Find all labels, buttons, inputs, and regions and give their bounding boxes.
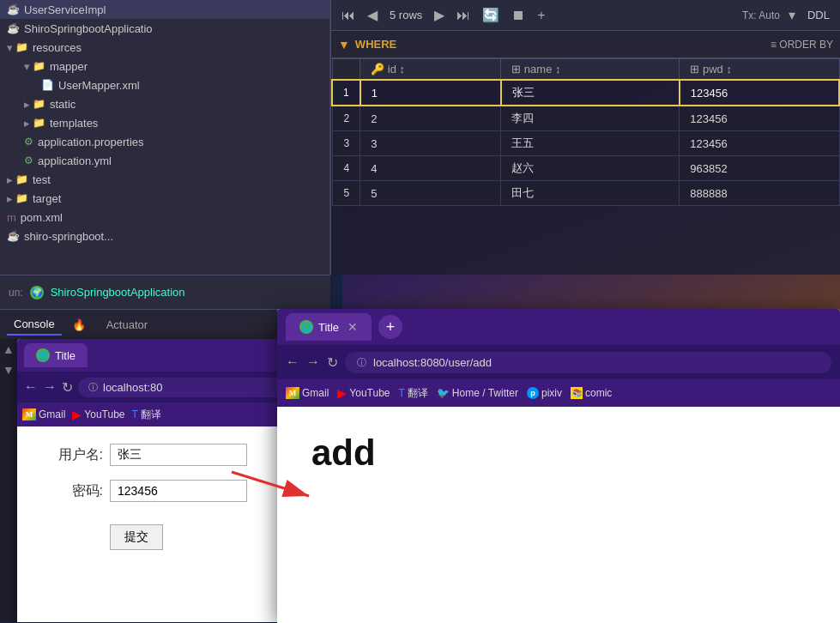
folder-icon: 📁 xyxy=(33,117,45,129)
file-item-mapper[interactable]: ▾ 📁 mapper xyxy=(0,57,329,76)
browser-2-tab-title: Title xyxy=(318,321,339,334)
password-input[interactable] xyxy=(110,480,247,502)
nav2-fwd-btn[interactable]: → xyxy=(306,354,320,370)
cell-pwd-2: 123456 xyxy=(680,106,839,131)
twitter-icon-2: 🐦 xyxy=(437,387,450,399)
tab-actuator[interactable]: Actuator xyxy=(100,315,154,335)
file-item-test[interactable]: ▸ 📁 test xyxy=(0,170,329,189)
nav1-back-btn[interactable]: ← xyxy=(24,379,38,395)
cell-id-5: 5 xyxy=(360,181,501,206)
sidebar-down-arrow[interactable]: ▼ xyxy=(3,363,15,377)
cell-name-5: 田七 xyxy=(501,181,680,206)
col-id-header[interactable]: 🔑 id ↕ xyxy=(360,59,501,81)
nav1-fwd-btn[interactable]: → xyxy=(43,379,57,395)
db-toolbar: ⏮ ◀ 5 rows ▶ ⏭ 🔄 ⏹ + Tx: Auto ▾ DDL xyxy=(331,0,840,31)
db-rows-label: 5 rows xyxy=(386,9,426,21)
cell-pwd-3: 123456 xyxy=(680,131,839,156)
translate-icon-2: T xyxy=(399,387,405,399)
password-field: 密码: xyxy=(43,480,300,502)
java-icon-shiro: ☕ xyxy=(7,230,20,242)
java-icon: ☕ xyxy=(7,22,20,34)
password-label: 密码: xyxy=(43,482,103,500)
table-row[interactable]: 1 1 张三 123456 xyxy=(332,80,839,106)
table-row[interactable]: 5 5 田七 888888 xyxy=(332,181,839,206)
table-row[interactable]: 2 2 李四 123456 xyxy=(332,106,839,131)
username-input[interactable] xyxy=(110,444,247,466)
tab-close-btn[interactable]: ✕ xyxy=(347,320,358,334)
folder-icon: 📁 xyxy=(15,41,28,53)
row-num-2: 2 xyxy=(332,106,360,131)
file-item-appprops[interactable]: ⚙ application.properties xyxy=(0,132,329,151)
file-item-static[interactable]: ▸ 📁 static xyxy=(0,94,329,113)
bookmark-twitter-label-2: Home / Twitter xyxy=(452,387,518,399)
sidebar-up-arrow[interactable]: ▲ xyxy=(3,342,15,356)
bookmark-gmail-2[interactable]: M Gmail xyxy=(286,387,329,399)
username-field: 用户名: xyxy=(43,444,300,466)
db-refresh-btn[interactable]: 🔄 xyxy=(479,5,503,25)
new-tab-btn[interactable]: + xyxy=(378,315,402,339)
bookmark-pixiv-2[interactable]: p pixiv xyxy=(527,387,562,399)
gmail-icon-1: M xyxy=(22,408,36,420)
file-item-pomxml[interactable]: m pom.xml xyxy=(0,208,329,227)
bookmark-translate-label-1: 翻译 xyxy=(141,408,161,422)
db-order-label: ORDER BY xyxy=(779,39,833,51)
yt-icon-1: ▶ xyxy=(72,408,82,421)
props-icon: ⚙ xyxy=(24,136,33,148)
nav2-reload-btn[interactable]: ↻ xyxy=(327,354,338,371)
browser-window-2: 🌐 Title ✕ + ← → ↻ ⓘ localhost:8080/user/… xyxy=(277,309,840,623)
gmail-icon-2: M xyxy=(286,387,299,399)
submit-button-1[interactable]: 提交 xyxy=(110,524,163,550)
tab-console[interactable]: Console xyxy=(7,314,62,336)
order-icon: ≡ xyxy=(771,39,777,51)
db-where-label: WHERE xyxy=(355,38,396,51)
bookmark-comic-2[interactable]: 📚 comic xyxy=(571,387,612,399)
db-tx-dropdown[interactable]: ▾ xyxy=(785,5,799,25)
tab2-globe-icon: 🌐 xyxy=(299,320,313,334)
file-item-userserviceimpl[interactable]: ☕ UserServiceImpl xyxy=(0,0,329,19)
bookmark-translate-2[interactable]: T 翻译 xyxy=(399,386,428,401)
url-bar-2[interactable]: ⓘ localhost:8080/user/add xyxy=(345,352,831,373)
file-item-templates[interactable]: ▸ 📁 templates xyxy=(0,113,329,132)
file-tree-panel: ☕ UserServiceImpl ☕ ShiroSpringbootAppli… xyxy=(0,0,330,309)
bookmark-youtube-1[interactable]: ▶ YouTube xyxy=(72,408,124,421)
comic-icon-2: 📚 xyxy=(571,387,583,399)
file-item-appyml[interactable]: ⚙ application.yml xyxy=(0,151,329,170)
browser-2-tab[interactable]: 🌐 Title ✕ xyxy=(286,313,372,341)
bookmark-translate-1[interactable]: T 翻译 xyxy=(132,408,161,422)
nav1-reload-btn[interactable]: ↻ xyxy=(62,379,73,396)
lock-icon-1: ⓘ xyxy=(88,381,98,394)
db-order-btn[interactable]: ≡ ORDER BY xyxy=(771,39,833,51)
browser-2-bookmarks: M Gmail ▶ YouTube T 翻译 🐦 Home / Twitter … xyxy=(277,379,840,407)
file-item-target[interactable]: ▸ 📁 target xyxy=(0,189,329,208)
table-row[interactable]: 4 4 赵六 963852 xyxy=(332,156,839,181)
db-prev-btn[interactable]: ◀ xyxy=(364,5,381,25)
cell-name-4: 赵六 xyxy=(501,156,680,181)
col-name-header[interactable]: ⊞ name ↕ xyxy=(501,59,680,81)
db-first-btn[interactable]: ⏮ xyxy=(338,6,359,25)
bookmark-twitter-2[interactable]: 🐦 Home / Twitter xyxy=(437,387,518,399)
file-item-usermapper[interactable]: 📄 UserMapper.xml xyxy=(0,76,329,94)
cell-pwd-4: 963852 xyxy=(680,156,839,181)
db-panel: ⏮ ◀ 5 rows ▶ ⏭ 🔄 ⏹ + Tx: Auto ▾ DDL ▼ WH… xyxy=(330,0,840,275)
tab1-globe-icon: 🌐 xyxy=(36,348,50,362)
col-pwd-header[interactable]: ⊞ pwd ↕ xyxy=(680,59,839,81)
bookmark-youtube-2[interactable]: ▶ YouTube xyxy=(337,386,390,400)
ide-run-bar: un: 🌍 ShiroSpringbootApplication xyxy=(0,275,330,309)
file-item-shiro[interactable]: ☕ shiro-springboot... xyxy=(0,227,329,245)
file-item-resources[interactable]: ▾ 📁 resources xyxy=(0,38,329,57)
java-icon: ☕ xyxy=(7,3,20,15)
db-add-btn[interactable]: + xyxy=(534,6,548,25)
nav2-back-btn[interactable]: ← xyxy=(286,354,299,370)
table-row[interactable]: 3 3 王五 123456 xyxy=(332,131,839,156)
db-last-btn[interactable]: ⏭ xyxy=(453,6,474,25)
db-next-btn[interactable]: ▶ xyxy=(431,5,448,25)
bookmark-gmail-1[interactable]: M Gmail xyxy=(22,408,65,420)
translate-icon-1: T xyxy=(132,408,138,420)
browser-1-tab[interactable]: 🌐 Title xyxy=(24,343,88,367)
file-item-shirosb[interactable]: ☕ ShiroSpringbootApplicatio xyxy=(0,19,329,38)
row-num-5: 5 xyxy=(332,181,360,206)
cell-name-1: 张三 xyxy=(501,80,680,106)
cell-pwd-1: 123456 xyxy=(680,80,839,106)
username-label: 用户名: xyxy=(43,446,103,464)
db-stop-btn[interactable]: ⏹ xyxy=(508,6,529,25)
